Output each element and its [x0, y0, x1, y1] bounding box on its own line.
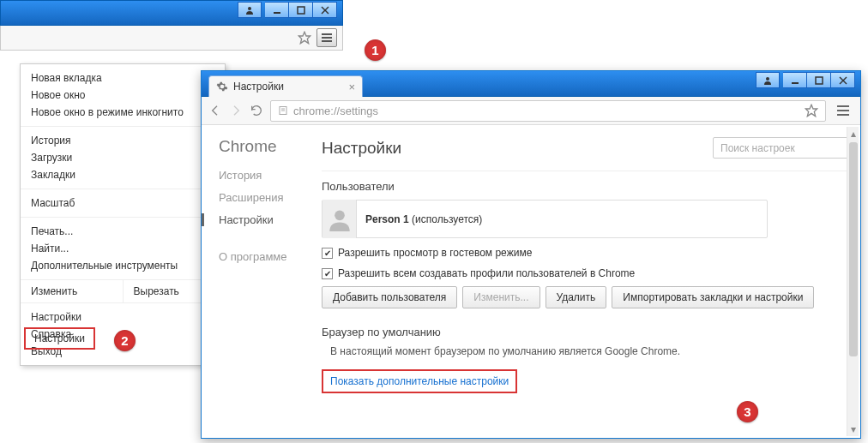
add-user-button[interactable]: Добавить пользователя: [322, 286, 457, 308]
window1-toolbar: [0, 26, 343, 51]
user-caption-button[interactable]: [238, 2, 262, 18]
reload-button[interactable]: [250, 104, 263, 117]
checkbox-label: Разрешить просмотр в гостевом режиме: [338, 247, 532, 259]
bookmark-star-icon[interactable]: [298, 31, 311, 45]
delete-button[interactable]: Удалить: [546, 286, 607, 308]
svg-rect-2: [298, 7, 304, 14]
svg-rect-7: [322, 37, 332, 39]
settings-sidebar: Chrome История Расширения Настройки О пр…: [202, 125, 304, 438]
settings-highlight: Настройки: [24, 327, 95, 350]
show-advanced-link[interactable]: Показать дополнительные настройки: [322, 369, 517, 393]
url-text: chrome://settings: [293, 105, 378, 117]
close-button[interactable]: [831, 72, 855, 88]
bookmark-star-icon[interactable]: [805, 104, 818, 117]
forward-button[interactable]: [229, 104, 243, 117]
menu-more-tools[interactable]: Дополнительные инструменты: [21, 257, 225, 274]
minimize-button[interactable]: [783, 72, 807, 88]
import-button[interactable]: Импортировать закладки и настройки: [612, 286, 814, 308]
gear-icon: [216, 81, 228, 93]
callout-1: 1: [365, 39, 386, 61]
svg-point-0: [248, 7, 251, 10]
menu-new-window[interactable]: Новое окно: [21, 87, 225, 104]
menu-bookmarks[interactable]: Закладки: [21, 166, 225, 183]
callout-2: 2: [114, 330, 136, 351]
section-users-title: Пользователи: [322, 180, 850, 193]
settings-content: Настройки Поиск настроек Пользователи Pe…: [304, 125, 860, 438]
avatar-icon: [322, 200, 357, 238]
checkbox-guest[interactable]: Разрешить просмотр в гостевом режиме: [322, 247, 850, 259]
sidebar-item-about[interactable]: О программе: [219, 250, 296, 263]
svg-rect-11: [816, 77, 823, 84]
chrome-menu-button[interactable]: [833, 101, 853, 120]
user-caption-button[interactable]: [756, 72, 780, 88]
svg-marker-17: [805, 105, 817, 116]
menu-zoom[interactable]: Масштаб: [21, 195, 225, 212]
address-bar[interactable]: chrome://settings: [270, 100, 826, 122]
page-icon: [278, 105, 288, 116]
menu-downloads[interactable]: Загрузки: [21, 149, 225, 166]
menu-find[interactable]: Найти...: [21, 240, 225, 257]
checkbox-label: Разрешить всем создавать профили пользов…: [338, 267, 635, 279]
menu-print[interactable]: Печать...: [21, 223, 225, 240]
person-label: Person 1 (используется): [357, 213, 491, 225]
tab-label: Настройки: [233, 81, 284, 93]
svg-marker-5: [298, 32, 310, 43]
svg-rect-19: [837, 110, 849, 111]
checkbox-icon[interactable]: [322, 248, 333, 259]
section-default-title: Браузер по умолчанию: [322, 326, 850, 338]
back-button[interactable]: [208, 104, 222, 117]
svg-rect-18: [837, 105, 849, 107]
person-row[interactable]: Person 1 (используется): [322, 200, 768, 238]
menu-incognito[interactable]: Новое окно в режиме инкогнито: [21, 104, 225, 121]
scroll-down-icon[interactable]: ▾: [847, 422, 859, 436]
maximize-button[interactable]: [807, 72, 831, 88]
menu-edit[interactable]: Изменить: [21, 280, 124, 302]
menu-history[interactable]: История: [21, 132, 225, 149]
settings-window: Настройки × chrome://settings Chrome Ист…: [201, 70, 861, 439]
callout-3: 3: [737, 401, 758, 422]
background-window: [0, 0, 343, 51]
sidebar-item-extensions[interactable]: Расширения: [219, 191, 296, 204]
tab-close-icon[interactable]: ×: [348, 81, 355, 93]
tab-settings[interactable]: Настройки ×: [208, 75, 363, 97]
close-button[interactable]: [313, 2, 337, 18]
settings-body: Chrome История Расширения Настройки О пр…: [202, 125, 860, 438]
scrollbar[interactable]: ▴ ▾: [847, 127, 859, 436]
sidebar-title: Chrome: [219, 137, 296, 156]
edit-button[interactable]: Изменить...: [462, 286, 539, 308]
sidebar-item-settings[interactable]: Настройки: [202, 213, 296, 226]
menu-new-tab[interactable]: Новая вкладка: [21, 69, 225, 87]
svg-rect-8: [322, 40, 332, 42]
scroll-thumb[interactable]: [849, 142, 858, 356]
svg-rect-10: [792, 82, 799, 84]
checkbox-profiles[interactable]: Разрешить всем создавать профили пользов…: [322, 267, 850, 279]
svg-rect-6: [322, 33, 332, 35]
window2-toolbar: chrome://settings: [202, 97, 860, 125]
svg-rect-20: [837, 114, 849, 116]
svg-point-21: [335, 210, 345, 220]
maximize-button[interactable]: [289, 2, 313, 18]
scroll-up-icon[interactable]: ▴: [847, 127, 859, 141]
chrome-menu-button[interactable]: [316, 28, 337, 47]
checkbox-icon[interactable]: [322, 268, 333, 279]
menu-settings[interactable]: Настройки: [21, 308, 225, 326]
sidebar-item-history[interactable]: История: [219, 169, 296, 182]
window1-titlebar: [0, 0, 343, 26]
svg-rect-1: [274, 12, 280, 14]
search-settings-input[interactable]: Поиск настроек: [713, 137, 850, 159]
chrome-menu: Новая вкладка Новое окно Новое окно в ре…: [20, 63, 226, 366]
minimize-button[interactable]: [265, 2, 289, 18]
default-browser-text: В настоящий момент браузером по умолчани…: [330, 345, 850, 357]
page-title: Настройки: [322, 139, 401, 158]
svg-point-9: [766, 77, 769, 81]
